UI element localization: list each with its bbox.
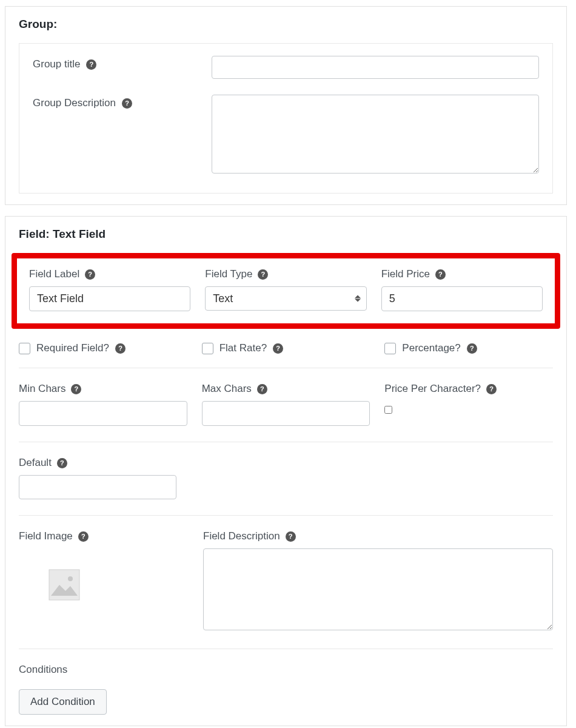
field-image-label: Field Image — [19, 530, 73, 542]
group-desc-input-wrap — [212, 95, 539, 176]
flat-label: Flat Rate? — [219, 342, 267, 354]
default-row: Default ? — [19, 457, 553, 516]
field-label-label: Field Label — [29, 268, 79, 280]
min-chars-input[interactable] — [19, 401, 187, 426]
checkbox-row-1: Required Field? ? Flat Rate? ? Percentag… — [19, 342, 553, 368]
field-desc-textarea[interactable] — [203, 548, 553, 630]
ppc-checkbox[interactable] — [384, 406, 392, 414]
field-type-select[interactable]: Text — [205, 286, 366, 311]
help-icon[interactable]: ? — [467, 343, 477, 354]
group-title-input-wrap — [212, 56, 539, 79]
ppc-label: Price Per Character? — [384, 383, 481, 395]
help-icon[interactable]: ? — [435, 269, 446, 280]
help-icon[interactable]: ? — [71, 384, 81, 394]
conditions-section: Conditions Add Condition — [19, 664, 553, 715]
percentage-checkbox[interactable] — [384, 343, 396, 354]
group-title-row: Group title ? — [33, 56, 539, 79]
default-input[interactable] — [19, 475, 176, 499]
group-desc-label-text: Group Description — [33, 97, 116, 109]
max-chars-label: Max Chars — [202, 383, 252, 395]
field-label-col: Field Label ? — [29, 268, 190, 311]
max-chars-input[interactable] — [202, 401, 370, 426]
img-desc-section: Field Image ? Field Description ? — [19, 530, 553, 649]
percentage-checkbox-wrap[interactable]: Percentage? ? — [384, 342, 553, 354]
group-sub-panel: Group title ? Group Description ? — [19, 43, 553, 194]
highlighted-row: Field Label ? Field Type ? Text — [12, 253, 560, 329]
field-desc-label: Field Description — [203, 530, 280, 542]
help-icon[interactable]: ? — [486, 384, 497, 394]
image-placeholder[interactable] — [19, 548, 110, 621]
default-label: Default — [19, 457, 52, 469]
flat-checkbox-wrap[interactable]: Flat Rate? ? — [202, 342, 370, 354]
field-heading: Field: Text Field — [19, 228, 553, 241]
field-price-label: Field Price — [381, 268, 430, 280]
group-desc-label: Group Description ? — [33, 95, 212, 109]
field-price-col: Field Price ? — [381, 268, 543, 311]
required-label: Required Field? — [36, 342, 109, 354]
min-chars-label: Min Chars — [19, 383, 65, 395]
group-panel: Group: Group title ? Group Description ? — [5, 6, 567, 205]
field-type-col: Field Type ? Text — [205, 268, 366, 311]
help-icon[interactable]: ? — [57, 458, 67, 468]
help-icon[interactable]: ? — [286, 531, 296, 542]
group-desc-textarea[interactable] — [212, 95, 539, 174]
flat-checkbox[interactable] — [202, 343, 213, 354]
help-icon[interactable]: ? — [86, 59, 96, 70]
help-icon[interactable]: ? — [115, 343, 126, 354]
percentage-label: Percentage? — [402, 342, 460, 354]
conditions-label: Conditions — [19, 664, 553, 676]
help-icon[interactable]: ? — [85, 269, 95, 280]
group-title-label: Group title ? — [33, 56, 212, 70]
help-icon[interactable]: ? — [78, 531, 89, 542]
group-heading: Group: — [19, 18, 553, 31]
field-type-label: Field Type — [205, 268, 252, 280]
field-panel: Field: Text Field Field Label ? Field Ty… — [5, 216, 567, 726]
field-label-input[interactable] — [29, 286, 190, 311]
add-condition-button[interactable]: Add Condition — [19, 689, 107, 715]
svg-point-1 — [68, 576, 73, 581]
help-icon[interactable]: ? — [122, 98, 132, 109]
group-desc-row: Group Description ? — [33, 95, 539, 176]
group-title-input[interactable] — [212, 56, 539, 79]
required-checkbox[interactable] — [19, 343, 30, 354]
help-icon[interactable]: ? — [273, 343, 283, 354]
group-title-label-text: Group title — [33, 58, 80, 70]
help-icon[interactable]: ? — [257, 384, 267, 394]
help-icon[interactable]: ? — [258, 269, 268, 280]
chars-row: Min Chars ? Max Chars ? Price Per Charac… — [19, 383, 553, 426]
field-price-input[interactable] — [381, 286, 543, 311]
required-checkbox-wrap[interactable]: Required Field? ? — [19, 342, 187, 354]
image-placeholder-icon — [49, 569, 80, 601]
